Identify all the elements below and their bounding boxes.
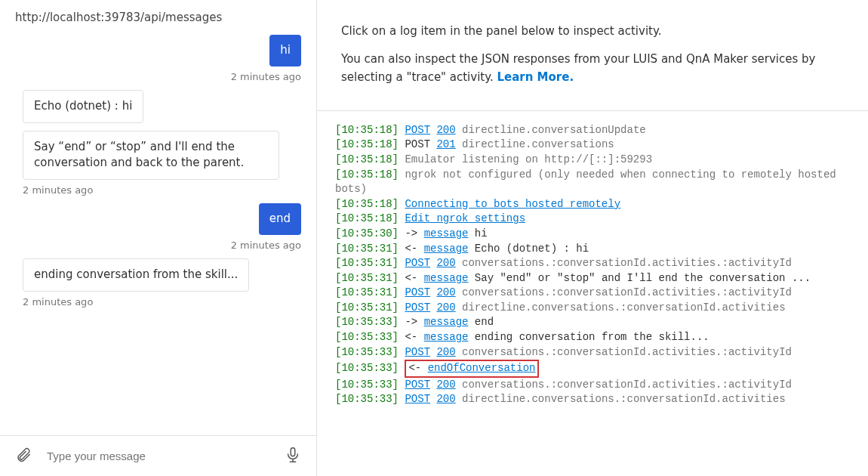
log-line[interactable]: [10:35:33] POST 200 directline.conversat…: [335, 392, 850, 407]
log-timestamp: [10:35:18]: [335, 212, 399, 224]
log-timestamp: [10:35:33]: [335, 362, 399, 374]
log-link[interactable]: Connecting to bots hosted remotely: [405, 198, 620, 210]
log-line[interactable]: [10:35:18] Connecting to bots hosted rem…: [335, 197, 850, 212]
log-link[interactable]: 200: [436, 286, 455, 298]
log-link[interactable]: message: [424, 243, 469, 255]
log-link[interactable]: message: [424, 316, 469, 328]
log-direction-arrow: <-: [405, 331, 423, 343]
log-text: ending conversation from the skill...: [468, 331, 709, 343]
composer: [0, 435, 316, 476]
log-timestamp: [10:35:33]: [335, 379, 399, 391]
log-link[interactable]: POST: [405, 301, 430, 314]
bubble-text: end: [259, 203, 301, 235]
log-line[interactable]: [10:35:18] POST 200 directline.conversat…: [335, 123, 850, 138]
attach-button[interactable]: [12, 444, 35, 468]
log-link[interactable]: 200: [436, 346, 455, 358]
log-line[interactable]: [10:35:31] <- message Say "end" or "stop…: [335, 271, 850, 286]
log-line[interactable]: [10:35:18] Emulator listening on http://…: [335, 153, 850, 168]
log-text: conversations.:conversationId.activities…: [456, 257, 792, 269]
log-link[interactable]: POST: [405, 393, 430, 405]
log-line[interactable]: [10:35:18] POST 201 directline.conversat…: [335, 138, 850, 153]
log-line[interactable]: [10:35:31] <- message Echo (dotnet) : hi: [335, 242, 850, 257]
log-link[interactable]: message: [424, 227, 469, 240]
log-direction-arrow: <-: [405, 243, 423, 255]
user-message[interactable]: hi2 minutes ago: [23, 35, 301, 82]
log-timestamp: [10:35:31]: [335, 286, 399, 298]
svg-rect-0: [291, 448, 295, 456]
log-line[interactable]: [10:35:30] -> message hi: [335, 227, 850, 242]
timestamp: 2 minutes ago: [23, 296, 316, 308]
log-text: Say "end" or "stop" and I'll end the con…: [468, 272, 811, 284]
log-link[interactable]: 200: [436, 379, 455, 391]
log-line[interactable]: [10:35:33] POST 200 conversations.:conve…: [335, 378, 850, 393]
log-text: conversations.:conversationId.activities…: [456, 286, 792, 298]
log-line[interactable]: [10:35:18] Edit ngrok settings: [335, 212, 850, 227]
message-input[interactable]: [45, 449, 271, 463]
log-line[interactable]: [10:35:33] <- message ending conversatio…: [335, 330, 850, 345]
user-message[interactable]: end2 minutes ago: [23, 203, 301, 251]
log-text: end: [468, 316, 494, 328]
chat-panel: http://localhost:39783/api/messages hi2 …: [0, 0, 317, 476]
log-text: Emulator listening on http://[::]:59293: [405, 153, 652, 165]
log-link[interactable]: 200: [436, 301, 455, 314]
log-text: directline.conversationUpdate: [456, 124, 646, 136]
bubble-text: Echo (dotnet) : hi: [23, 90, 143, 123]
log-link[interactable]: 200: [436, 257, 455, 269]
log-link[interactable]: POST: [405, 346, 430, 358]
log-line[interactable]: [10:35:18] ngrok not configured (only ne…: [335, 168, 850, 197]
log-timestamp: [10:35:33]: [335, 331, 399, 343]
log-direction-arrow: <-: [405, 272, 423, 284]
log-link[interactable]: message: [424, 331, 469, 343]
log-link[interactable]: POST: [405, 379, 430, 391]
bubble-text: ending conversation from the skill...: [23, 258, 249, 292]
log-text: directline.conversations: [456, 138, 614, 150]
log-output[interactable]: [10:35:18] POST 200 directline.conversat…: [317, 111, 868, 476]
log-link[interactable]: 200: [436, 124, 455, 136]
log-timestamp: [10:35:18]: [335, 198, 399, 210]
log-link[interactable]: POST: [405, 124, 430, 136]
log-link[interactable]: Edit ngrok settings: [405, 212, 525, 224]
log-timestamp: [10:35:31]: [335, 301, 399, 314]
log-timestamp: [10:35:30]: [335, 227, 399, 240]
paperclip-icon: [15, 447, 32, 465]
highlighted-log-segment: <- endOfConversation: [405, 360, 539, 378]
log-line[interactable]: [10:35:33] POST 200 conversations.:conve…: [335, 345, 850, 360]
log-link[interactable]: 201: [436, 138, 455, 150]
bot-message[interactable]: Echo (dotnet) : hi: [23, 90, 301, 123]
bot-message[interactable]: ending conversation from the skill...2 m…: [23, 258, 301, 308]
log-link[interactable]: message: [424, 272, 469, 284]
log-line[interactable]: [10:35:31] POST 200 conversations.:conve…: [335, 286, 850, 301]
log-direction-arrow: ->: [405, 227, 423, 240]
info-line-1: Click on a log item in the panel below t…: [341, 23, 844, 40]
log-text: directline.conversations.:conversationId…: [456, 393, 786, 405]
log-direction-arrow: <-: [408, 362, 427, 374]
log-text: ngrok not configured (only needed when c…: [335, 168, 842, 196]
log-text: hi: [468, 227, 487, 240]
bot-message[interactable]: Say “end” or “stop” and I'll end the con…: [23, 131, 301, 196]
learn-more-link[interactable]: Learn More.: [497, 70, 574, 84]
log-link[interactable]: 200: [436, 393, 455, 405]
log-timestamp: [10:35:33]: [335, 316, 399, 328]
microphone-icon: [285, 447, 301, 465]
chat-transcript[interactable]: hi2 minutes agoEcho (dotnet) : hiSay “en…: [0, 35, 316, 435]
mic-button[interactable]: [282, 444, 304, 468]
log-line[interactable]: [10:35:31] POST 200 directline.conversat…: [335, 301, 850, 316]
info-line-2: You can also inspect the JSON responses …: [341, 51, 844, 86]
bubble-text: Say “end” or “stop” and I'll end the con…: [23, 131, 279, 181]
log-text: conversations.:conversationId.activities…: [456, 379, 792, 391]
log-line[interactable]: [10:35:31] POST 200 conversations.:conve…: [335, 256, 850, 271]
log-direction-arrow: ->: [405, 316, 423, 328]
log-text: POST: [405, 138, 436, 150]
log-line[interactable]: [10:35:33] -> message end: [335, 315, 850, 330]
endpoint-url: http://localhost:39783/api/messages: [0, 0, 316, 35]
log-timestamp: [10:35:18]: [335, 153, 399, 165]
log-link[interactable]: endOfConversation: [428, 362, 536, 374]
log-timestamp: [10:35:31]: [335, 243, 399, 255]
log-link[interactable]: POST: [405, 286, 430, 298]
log-link[interactable]: POST: [405, 257, 430, 269]
inspector-panel: Click on a log item in the panel below t…: [317, 0, 868, 476]
log-timestamp: [10:35:18]: [335, 124, 399, 136]
log-line[interactable]: [10:35:33] <- endOfConversation: [335, 360, 850, 378]
timestamp: 2 minutes ago: [23, 184, 316, 196]
log-timestamp: [10:35:18]: [335, 168, 399, 181]
